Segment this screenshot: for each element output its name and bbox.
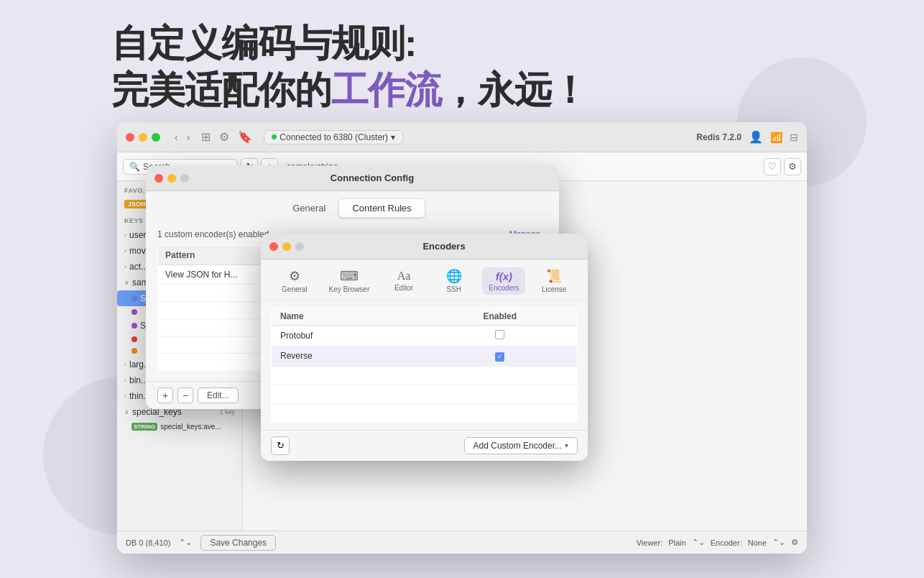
enc-row-protobuf[interactable]: Protobuf [272, 326, 578, 347]
title-bar: ‹ › ⊞ ⚙ 🔖 Connected to 6380 (Cluster) ▾ … [117, 122, 807, 152]
viewer-chevron-icon: ⌃⌄ [692, 538, 705, 547]
user-icon[interactable]: 👤 [749, 130, 763, 144]
enc-body: Name Enabled Protobuf Reverse ✓ [261, 300, 588, 430]
enc-empty-row2 [272, 385, 578, 403]
modal-title: Connection Config [194, 173, 550, 183]
status-bar-right: Viewer: Plain ⌃⌄ Encoder: None ⌃⌄ ⚙ [637, 538, 798, 547]
split-view-icon[interactable]: ⊟ [790, 132, 798, 143]
edit-rule-button[interactable]: Edit... [198, 387, 239, 403]
modal-minimize-button[interactable] [167, 174, 176, 183]
enc-empty-row1 [272, 366, 578, 385]
hero-section: 自定义编码与规则: 完美适配你的工作流，永远！ [111, 20, 588, 114]
connection-badge[interactable]: Connected to 6380 (Cluster) ▾ [264, 130, 403, 144]
enc-nav-ssh[interactable]: 🌐 SSH [433, 265, 476, 296]
checkbox-protobuf[interactable] [495, 330, 504, 339]
editor-icon: Aa [397, 270, 411, 283]
enc-footer: ↻ Add Custom Encoder... ▾ [261, 430, 588, 461]
color-dot [131, 309, 137, 315]
db-chevron-icon: ⌃⌄ [179, 538, 192, 547]
back-arrow[interactable]: ‹ [172, 130, 181, 144]
redis-version: Redis 7.2.0 [696, 132, 741, 142]
encoders-modal: Encoders ⚙ General ⌨ Key Browser Aa Edit… [261, 234, 588, 461]
enc-col-enabled: Enabled [423, 308, 578, 326]
close-button[interactable] [126, 133, 134, 142]
favorite-button[interactable]: ♡ [764, 158, 781, 175]
enc-title: Encoders [309, 241, 579, 252]
encoder-value[interactable]: None [748, 538, 767, 547]
tab-general[interactable]: General [279, 199, 338, 217]
chevron-icon: › [124, 361, 126, 368]
enc-refresh-button[interactable]: ↻ [271, 436, 290, 455]
title-bar-right: Redis 7.2.0 👤 📶 ⊟ [696, 130, 798, 144]
add-rule-button[interactable]: + [157, 387, 173, 403]
enc-nav-label: General [282, 285, 308, 293]
connection-chevron: ▾ [391, 132, 395, 142]
encoders-nav-icon: f(x) [496, 270, 512, 283]
enc-close-button[interactable] [269, 242, 278, 251]
enc-name-cell: Reverse [272, 347, 423, 367]
license-icon: 📜 [546, 268, 562, 284]
enc-nav-encoders[interactable]: f(x) Encoders [482, 267, 525, 295]
key-count: 1 key [219, 408, 235, 416]
enc-nav-license[interactable]: 📜 License [532, 265, 576, 296]
sidebar-toggle-icon[interactable]: ⊞ [201, 130, 211, 144]
chevron-icon: › [124, 393, 126, 400]
forward-arrow[interactable]: › [184, 130, 193, 144]
db-info: DB 0 (8,410) [126, 538, 170, 547]
sidebar-label: special_keys:ave... [160, 423, 221, 431]
color-dot [131, 295, 137, 301]
enc-nav-editor[interactable]: Aa Editor [382, 267, 425, 295]
enc-row-reverse[interactable]: Reverse ✓ [272, 347, 578, 367]
search-icon: 🔍 [129, 162, 140, 172]
ssh-icon: 🌐 [446, 268, 462, 284]
enc-nav-key-browser[interactable]: ⌨ Key Browser [323, 265, 376, 296]
save-changes-button[interactable]: Save Changes [200, 535, 276, 551]
modal-close-button[interactable] [154, 174, 163, 183]
maximize-button[interactable] [152, 133, 160, 142]
chevron-expand-icon: ∨ [124, 408, 129, 416]
enc-enabled-cell[interactable] [423, 326, 578, 347]
modal-title-bar: Connection Config [146, 165, 559, 191]
color-dot [131, 323, 137, 329]
enc-title-bar: Encoders [261, 234, 588, 260]
hero-line1: 自定义编码与规则: [111, 20, 588, 67]
viewer-value[interactable]: Plain [668, 538, 685, 547]
enc-maximize-button [295, 242, 304, 251]
enc-nav-label: SSH [446, 285, 461, 293]
sidebar-item-special-child[interactable]: STRING special_keys:ave... [117, 420, 242, 434]
encoder-settings-icon[interactable]: ⚙ [791, 538, 798, 547]
key-browser-icon: ⌨ [340, 268, 359, 284]
dropdown-chevron-icon: ▾ [565, 441, 568, 449]
string-tag: STRING [131, 423, 157, 431]
viewer-label: Viewer: [637, 538, 662, 547]
tab-content-rules[interactable]: Content Rules [338, 198, 425, 218]
enc-enabled-cell[interactable]: ✓ [423, 347, 578, 367]
wifi-icon: 📶 [770, 132, 782, 143]
chevron-icon: › [124, 377, 126, 384]
encoder-label: Encoder: [711, 538, 742, 547]
chevron-icon: › [124, 263, 126, 270]
minimize-button[interactable] [139, 133, 147, 142]
add-encoder-label: Add Custom Encoder... [473, 441, 562, 451]
status-bar: DB 0 (8,410) ⌃⌄ Save Changes Viewer: Pla… [117, 531, 807, 554]
chevron-icon: › [124, 231, 126, 239]
bookmark-icon[interactable]: 🔖 [238, 130, 252, 144]
enc-empty-row3 [272, 403, 578, 422]
enc-nav-general[interactable]: ⚙ General [273, 265, 316, 296]
chevron-expand-icon: ∨ [124, 279, 129, 286]
connection-dot [272, 134, 277, 139]
enc-nav: ⚙ General ⌨ Key Browser Aa Editor 🌐 SSH … [261, 260, 588, 300]
enc-nav-label: Editor [394, 284, 413, 292]
enc-minimize-button[interactable] [282, 242, 291, 251]
more-options-button[interactable]: ⚙ [784, 158, 801, 175]
modal-tabs: General Content Rules [146, 191, 559, 222]
hero-line2: 完美适配你的工作流，永远！ [111, 67, 588, 114]
enc-nav-label: Encoders [489, 284, 519, 292]
chevron-icon: › [124, 247, 126, 254]
checkbox-reverse[interactable]: ✓ [495, 352, 504, 362]
remove-rule-button[interactable]: − [177, 387, 193, 403]
add-encoder-button[interactable]: Add Custom Encoder... ▾ [464, 437, 578, 454]
sidebar-label: S [140, 293, 146, 303]
settings-icon[interactable]: ⚙ [219, 130, 229, 144]
modal-maximize-button [180, 174, 189, 183]
